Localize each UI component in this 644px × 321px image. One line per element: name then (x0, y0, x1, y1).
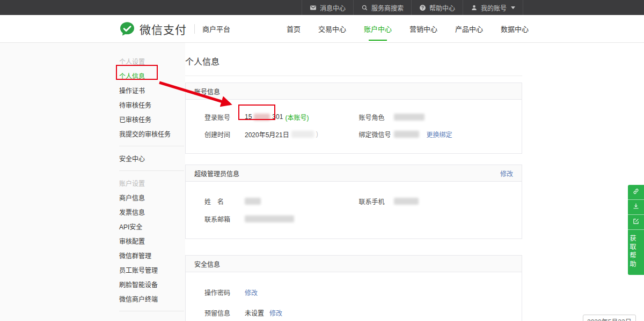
change-password-link[interactable]: 修改 (245, 288, 258, 297)
contact-email-label: 联系邮箱 (204, 214, 245, 223)
page-title: 个人信息 (185, 55, 522, 68)
redacted-value (394, 198, 419, 205)
login-account-prefix: 15 (245, 113, 252, 121)
title-divider (185, 76, 522, 76)
sidebar-item-wechat-group-management[interactable]: 微信群管理 (119, 248, 185, 263)
created-time-label: 创建时间 (204, 130, 245, 139)
header-divider (194, 24, 195, 34)
sidebar-divider (119, 311, 184, 311)
download-icon (632, 203, 640, 212)
search-icon (361, 4, 368, 11)
account-role-label: 账号角色 (359, 113, 394, 122)
sidebar-item-operation-certificate[interactable]: 操作证书 (119, 83, 185, 98)
help-widget: 获取帮助 (628, 185, 644, 275)
sidebar-item-reviewed-tasks[interactable]: 已审核任务 (119, 112, 185, 126)
nav-marketing-center[interactable]: 营销中心 (409, 21, 437, 36)
sidebar-item-personal-info[interactable]: 个人信息 (119, 69, 185, 83)
reserved-info-value: 未设置 (245, 308, 264, 317)
topbar-item-label: 帮助中心 (429, 3, 455, 12)
redacted-value (394, 114, 425, 121)
redacted-value (245, 215, 294, 222)
topbar-help-center[interactable]: 帮助中心 (412, 0, 463, 15)
topbar-item-label: 服务商搜索 (371, 3, 404, 12)
main-content: 个人信息 账号信息 登录账号 15301 (本账号) (185, 43, 644, 321)
sidebar-item-wechat-merchant-terminal[interactable]: 微信商户终端 (119, 292, 185, 306)
chevron-down-icon (511, 6, 515, 9)
created-tail: ) (316, 130, 318, 138)
topbar-item-label: 消息中心 (320, 3, 346, 12)
nav-product-center[interactable]: 产品中心 (455, 21, 483, 36)
contact-link-button[interactable] (628, 185, 644, 200)
redacted-value (394, 131, 419, 138)
mail-icon (310, 4, 317, 11)
current-account-badge: (本账号) (285, 113, 309, 122)
created-time-value: 2020年5月21日) (245, 130, 318, 139)
redacted-value (254, 114, 270, 121)
help-icon (419, 4, 426, 11)
topbar-item-label: 我的账号 (481, 3, 507, 12)
admin-name-label: 姓 名 (204, 197, 245, 206)
set-reserved-info-link[interactable]: 修改 (269, 308, 282, 317)
link-icon (632, 188, 640, 197)
account-info-section: 账号信息 登录账号 15301 (本账号) (185, 83, 522, 154)
login-account-suffix: 301 (272, 113, 283, 121)
sidebar-group-account-settings: 账户设置 (119, 176, 185, 190)
nav-account-center[interactable]: 账户中心 (364, 21, 392, 36)
section-title: 超级管理员信息 (194, 169, 239, 178)
rebind-link[interactable]: 更换绑定 (427, 130, 452, 139)
contact-phone-label: 联系手机 (359, 197, 394, 206)
section-title: 账号信息 (194, 87, 220, 96)
merchant-platform-page: 消息中心 服务商搜索 帮助中心 我的账号 (0, 0, 644, 321)
reserved-info-label: 预留信息 (204, 308, 245, 317)
login-account-value: 15301 (本账号) (245, 113, 309, 122)
topbar-message-center[interactable]: 消息中心 (302, 0, 354, 15)
sidebar: 个人设置 个人信息 操作证书 待审核任务 已审核任务 我提交的审核任务 安全中心… (0, 43, 185, 321)
main-nav: 首页 交易中心 账户中心 营销中心 产品中心 数据中心 (287, 21, 529, 36)
created-date: 2020年5月21日 (245, 130, 289, 139)
redacted-value (291, 131, 314, 138)
sidebar-divider (119, 146, 184, 146)
sidebar-item-pending-review-tasks[interactable]: 待审核任务 (119, 98, 185, 112)
get-help-button[interactable]: 获取帮助 (628, 230, 637, 275)
sidebar-item-face-smart-devices[interactable]: 刷脸智能设备 (119, 277, 185, 292)
security-info-section: 安全信息 操作密码 修改 预留信息 未设置 修改 预留信息 (185, 255, 522, 321)
nav-data-center[interactable]: 数据中心 (501, 21, 529, 36)
sidebar-group-personal-settings: 个人设置 (119, 54, 185, 69)
date-tooltip: 2020年5月22日 (583, 315, 636, 321)
user-icon (471, 4, 478, 11)
wechat-pay-logo[interactable]: 微信支付 (119, 21, 187, 37)
sidebar-item-my-submitted-review-tasks[interactable]: 我提交的审核任务 (119, 126, 185, 141)
operation-password-label: 操作密码 (204, 288, 245, 297)
sidebar-item-invoice-info[interactable]: 发票信息 (119, 205, 185, 219)
sidebar-item-security-center[interactable]: 安全中心 (119, 151, 185, 166)
header: 微信支付 商户平台 首页 交易中心 账户中心 营销中心 产品中心 数据中心 (0, 15, 644, 43)
nav-home[interactable]: 首页 (287, 21, 301, 36)
bound-wechat-label: 绑定微信号 (359, 130, 394, 139)
sidebar-divider (119, 170, 184, 171)
login-account-label: 登录账号 (204, 113, 245, 122)
sidebar-item-staff-account-management[interactable]: 员工账号管理 (119, 263, 185, 277)
brand-name: 微信支付 (140, 21, 187, 37)
topbar: 消息中心 服务商搜索 帮助中心 我的账号 (0, 0, 644, 15)
sidebar-item-api-security[interactable]: API安全 (119, 219, 185, 234)
topbar-provider-search[interactable]: 服务商搜索 (354, 0, 412, 15)
section-title: 安全信息 (194, 259, 220, 268)
nav-transaction-center[interactable]: 交易中心 (318, 21, 346, 36)
body: 个人设置 个人信息 操作证书 待审核任务 已审核任务 我提交的审核任务 安全中心… (0, 43, 644, 321)
super-admin-section: 超级管理员信息 修改 姓 名 联系手机 (185, 165, 522, 239)
sidebar-item-review-config[interactable]: 审核配置 (119, 234, 185, 248)
feedback-button[interactable] (628, 215, 644, 230)
wechat-pay-bubble-icon (119, 21, 135, 37)
download-button[interactable] (628, 200, 644, 215)
edit-icon (632, 218, 640, 227)
edit-admin-link[interactable]: 修改 (500, 169, 513, 178)
redacted-value (245, 198, 261, 205)
platform-subtitle: 商户平台 (202, 24, 230, 34)
sidebar-item-merchant-info[interactable]: 商户信息 (119, 190, 185, 205)
topbar-my-account[interactable]: 我的账号 (463, 0, 523, 15)
